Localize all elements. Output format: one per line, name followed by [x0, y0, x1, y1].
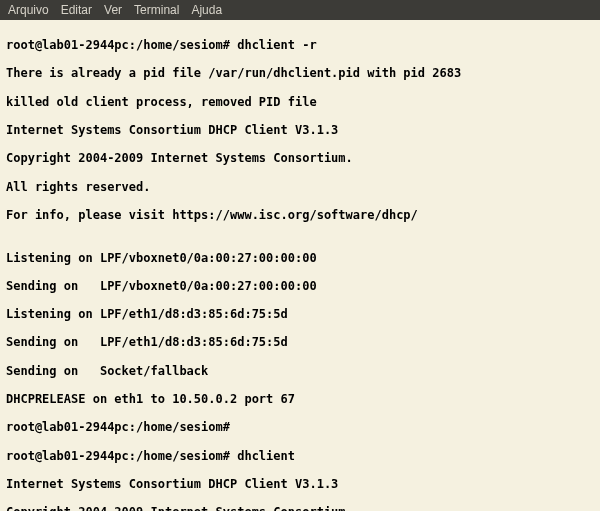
- terminal-line: Copyright 2004-2009 Internet Systems Con…: [6, 505, 594, 511]
- terminal-line: Listening on LPF/eth1/d8:d3:85:6d:75:5d: [6, 307, 594, 321]
- terminal-line: root@lab01-2944pc:/home/sesiom#: [6, 420, 594, 434]
- menubar: Arquivo Editar Ver Terminal Ajuda: [0, 0, 600, 20]
- terminal-line: Sending on Socket/fallback: [6, 364, 594, 378]
- menu-ajuda[interactable]: Ajuda: [191, 3, 222, 17]
- terminal-line: All rights reserved.: [6, 180, 594, 194]
- terminal-line: Copyright 2004-2009 Internet Systems Con…: [6, 151, 594, 165]
- menu-editar[interactable]: Editar: [61, 3, 92, 17]
- terminal-line: killed old client process, removed PID f…: [6, 95, 594, 109]
- terminal-line: There is already a pid file /var/run/dhc…: [6, 66, 594, 80]
- terminal-line: Sending on LPF/eth1/d8:d3:85:6d:75:5d: [6, 335, 594, 349]
- terminal-line: root@lab01-2944pc:/home/sesiom# dhclient: [6, 449, 594, 463]
- menu-ver[interactable]: Ver: [104, 3, 122, 17]
- terminal-line: Internet Systems Consortium DHCP Client …: [6, 477, 594, 491]
- terminal-output[interactable]: root@lab01-2944pc:/home/sesiom# dhclient…: [0, 20, 600, 511]
- terminal-line: Sending on LPF/vboxnet0/0a:00:27:00:00:0…: [6, 279, 594, 293]
- terminal-line: Internet Systems Consortium DHCP Client …: [6, 123, 594, 137]
- terminal-line: DHCPRELEASE on eth1 to 10.50.0.2 port 67: [6, 392, 594, 406]
- menu-arquivo[interactable]: Arquivo: [8, 3, 49, 17]
- menu-terminal[interactable]: Terminal: [134, 3, 179, 17]
- terminal-line: Listening on LPF/vboxnet0/0a:00:27:00:00…: [6, 251, 594, 265]
- terminal-line: For info, please visit https://www.isc.o…: [6, 208, 594, 222]
- terminal-line: root@lab01-2944pc:/home/sesiom# dhclient…: [6, 38, 594, 52]
